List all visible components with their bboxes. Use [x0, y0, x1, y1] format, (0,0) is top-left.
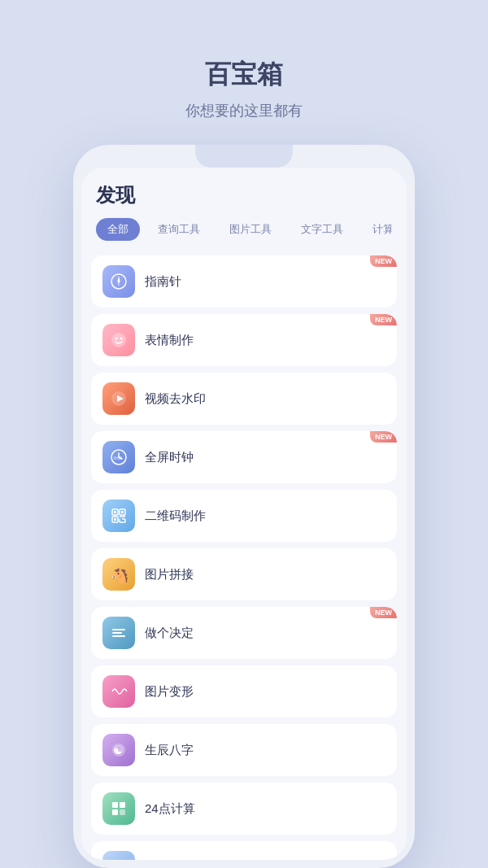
- category-tabs: 全部查询工具图片工具文字工具计算: [96, 218, 392, 241]
- svg-point-4: [115, 338, 118, 340]
- item-label-3: 全屏时钟: [145, 450, 194, 465]
- phone-frame: 发现 全部查询工具图片工具文字工具计算 指南针NEW表情制作NEW视频去水印9:…: [73, 145, 415, 868]
- page-title: 百宝箱: [185, 57, 303, 93]
- item-label-10: 财运乾坤: [145, 860, 194, 861]
- item-icon-4: [102, 499, 135, 532]
- list-item-9[interactable]: 24点计算: [91, 783, 397, 835]
- new-badge-6: NEW: [370, 607, 397, 618]
- item-icon-6: [102, 617, 135, 649]
- svg-rect-30: [120, 802, 125, 808]
- svg-rect-32: [120, 809, 125, 815]
- svg-point-3: [111, 333, 126, 347]
- svg-point-5: [120, 338, 123, 340]
- item-label-7: 图片变形: [145, 684, 194, 700]
- item-icon-3: 9:00: [102, 441, 135, 473]
- list-item-7[interactable]: 图片变形: [91, 665, 397, 718]
- item-icon-7: [102, 675, 135, 708]
- tab-item-3[interactable]: 文字工具: [290, 218, 355, 241]
- item-label-1: 表情制作: [145, 333, 194, 348]
- svg-rect-16: [121, 511, 124, 513]
- item-icon-8: ☯: [102, 734, 135, 766]
- list-item-10[interactable]: 财运乾坤: [91, 841, 397, 860]
- svg-text:☯: ☯: [113, 744, 124, 757]
- svg-rect-31: [112, 809, 118, 815]
- svg-text:9:00: 9:00: [114, 456, 122, 460]
- item-label-6: 做个决定: [145, 626, 194, 641]
- svg-rect-29: [112, 802, 118, 808]
- svg-rect-17: [114, 518, 116, 521]
- discover-title: 发现: [96, 182, 392, 208]
- item-icon-0: [102, 265, 135, 298]
- item-label-5: 图片拼接: [145, 567, 194, 582]
- list-item-1[interactable]: 表情制作NEW: [91, 314, 397, 366]
- tab-item-2[interactable]: 图片工具: [218, 218, 283, 241]
- item-icon-1: [102, 324, 135, 356]
- items-list: 指南针NEW表情制作NEW视频去水印9:00全屏时钟NEW二维码制作🐴图片拼接做…: [81, 249, 407, 860]
- list-item-2[interactable]: 视频去水印: [91, 373, 397, 425]
- list-item-0[interactable]: 指南针NEW: [91, 255, 397, 308]
- item-icon-2: [102, 382, 135, 415]
- new-badge-0: NEW: [370, 255, 397, 267]
- tab-item-1[interactable]: 查询工具: [146, 218, 211, 241]
- discover-header: 发现 全部查询工具图片工具文字工具计算: [81, 168, 407, 249]
- svg-text:🐴: 🐴: [111, 566, 128, 583]
- phone-inner: 发现 全部查询工具图片工具文字工具计算 指南针NEW表情制作NEW视频去水印9:…: [81, 168, 407, 860]
- new-badge-1: NEW: [370, 314, 397, 325]
- list-item-5[interactable]: 🐴图片拼接: [91, 548, 397, 600]
- item-label-4: 二维码制作: [145, 508, 206, 524]
- page-subtitle: 你想要的这里都有: [185, 101, 303, 120]
- item-icon-10: [102, 851, 135, 860]
- list-item-8[interactable]: ☯生辰八字: [91, 724, 397, 776]
- item-label-0: 指南针: [145, 274, 181, 290]
- page-header: 百宝箱 你想要的这里都有: [185, 0, 303, 120]
- item-label-8: 生辰八字: [145, 743, 194, 758]
- svg-rect-15: [114, 511, 116, 513]
- list-item-3[interactable]: 9:00全屏时钟NEW: [91, 431, 397, 483]
- item-icon-5: 🐴: [102, 558, 135, 591]
- tab-item-4[interactable]: 计算: [361, 218, 392, 241]
- item-label-9: 24点计算: [145, 801, 195, 817]
- new-badge-3: NEW: [370, 431, 397, 443]
- list-item-6[interactable]: 做个决定NEW: [91, 607, 397, 659]
- phone-notch: [195, 145, 293, 168]
- item-icon-9: [102, 792, 135, 825]
- tab-item-0[interactable]: 全部: [96, 218, 140, 241]
- list-item-4[interactable]: 二维码制作: [91, 490, 397, 542]
- item-label-2: 视频去水印: [145, 391, 206, 407]
